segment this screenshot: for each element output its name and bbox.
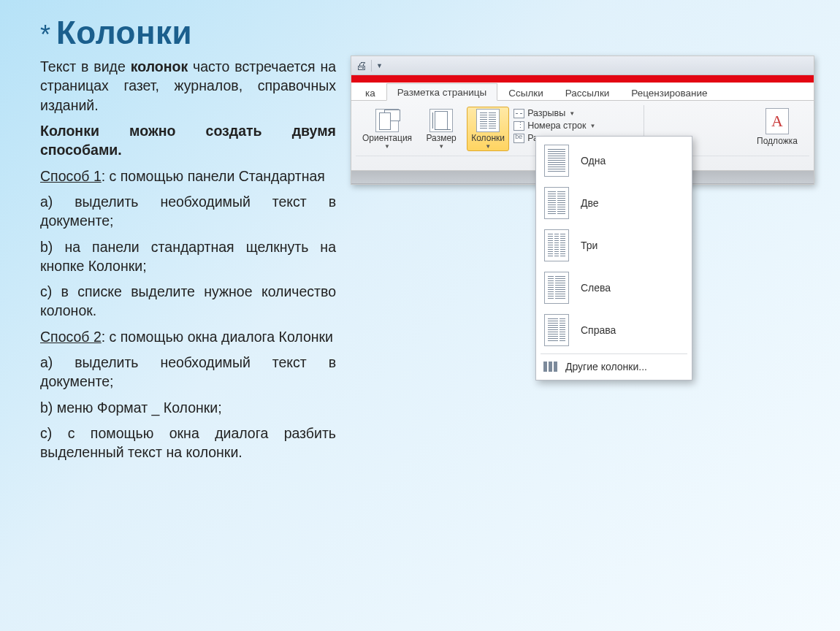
ribbon-tabs: ка Разметка страницы Ссылки Рассылки Рец… (351, 83, 814, 101)
watermark-button[interactable]: Подложка (754, 107, 801, 148)
m2-b: b) меню Формат _ Колонки; (40, 398, 336, 417)
title-bar (351, 75, 814, 83)
more-columns-icon (543, 362, 558, 372)
size-button[interactable]: Размер ▼ (420, 107, 462, 151)
intro-a: Текст в виде (40, 58, 131, 74)
columns-option-one[interactable]: Одна (539, 139, 689, 182)
quick-access-toolbar: 🖨 ▼ (351, 56, 814, 75)
one-column-label: Одна (581, 155, 606, 167)
size-label: Размер (427, 134, 457, 143)
m2-a: a) выделить необходимый текст в документ… (40, 353, 336, 391)
three-column-label: Три (581, 240, 597, 251)
qat-dropdown-icon[interactable]: ▼ (376, 62, 383, 69)
chevron-down-icon: ▼ (384, 143, 390, 150)
chevron-down-icon: ▼ (485, 143, 491, 150)
tab-references[interactable]: Ссылки (497, 84, 554, 101)
left-column-icon (544, 272, 569, 304)
line-numbers-label: Номера строк (527, 121, 586, 131)
print-icon[interactable]: 🖨 (356, 59, 367, 72)
tab-page-layout[interactable]: Разметка страницы (386, 83, 497, 101)
columns-option-three[interactable]: Три (539, 224, 689, 267)
m1-a: a) выделить необходимый текст в документ… (40, 192, 336, 231)
method1-rest: : с помощью панели Стандартная (102, 168, 325, 184)
columns-label: Колонки (471, 134, 505, 143)
qat-separator (371, 60, 372, 72)
tab-mailings[interactable]: Рассылки (554, 84, 621, 101)
tab-truncated[interactable]: ка (360, 84, 386, 101)
columns-icon (476, 109, 500, 132)
size-icon (429, 109, 453, 132)
m2-c: c) с помощью окна диалога разбить выделе… (40, 424, 336, 462)
method2-rest: : с помощью окна диалога Колонки (102, 329, 333, 345)
right-column-icon (544, 314, 569, 346)
chevron-down-icon: ▼ (438, 143, 444, 150)
title-bullet: * (40, 22, 50, 48)
one-column-icon (544, 145, 569, 177)
title-text: Колонки (56, 15, 192, 51)
chevron-down-icon: ▼ (589, 123, 595, 129)
dropdown-separator (541, 353, 687, 354)
three-column-icon (544, 229, 569, 261)
tab-review[interactable]: Рецензирование (620, 84, 711, 101)
orientation-button[interactable]: Ориентация ▼ (359, 107, 416, 151)
two-column-label: Две (581, 197, 599, 209)
columns-button[interactable]: Колонки ▼ (467, 107, 509, 151)
more-columns-option[interactable]: Другие колонки... (539, 356, 689, 377)
right-column-label: Справа (581, 324, 616, 336)
breaks-icon (513, 109, 524, 118)
columns-option-two[interactable]: Две (539, 182, 689, 224)
breaks-label: Разрывы (527, 108, 565, 118)
breaks-button[interactable]: Разрывы ▼ (513, 108, 638, 118)
watermark-label: Подложка (757, 136, 798, 146)
two-column-icon (544, 187, 569, 219)
two-ways: Колонки можно создать двумя способами. (40, 121, 336, 160)
orientation-icon (375, 109, 399, 132)
more-columns-label: Другие колонки... (565, 361, 647, 372)
line-numbers-button[interactable]: Номера строк ▼ (513, 121, 638, 131)
slide-title: * Колонки (40, 15, 814, 51)
columns-dropdown: Одна Две Три Слева Справа Другие колонки… (535, 136, 692, 380)
line-numbers-icon (513, 121, 524, 131)
body-text: Текст в виде колонок часто встречается н… (40, 57, 336, 469)
intro-bold: колонок (131, 58, 188, 74)
columns-option-left[interactable]: Слева (539, 267, 689, 309)
chevron-down-icon: ▼ (569, 110, 575, 117)
m1-b: b) на панели стандартная щелкнуть на кно… (40, 237, 336, 276)
left-column-label: Слева (581, 282, 611, 294)
columns-option-right[interactable]: Справа (539, 309, 689, 351)
watermark-icon (765, 108, 789, 134)
m1-c: c) в списке выделите нужное количество к… (40, 282, 336, 321)
method2-label: Способ 2 (40, 329, 102, 345)
orientation-label: Ориентация (362, 134, 412, 143)
hyphenation-icon (513, 134, 524, 143)
method1-label: Способ 1 (40, 168, 102, 184)
